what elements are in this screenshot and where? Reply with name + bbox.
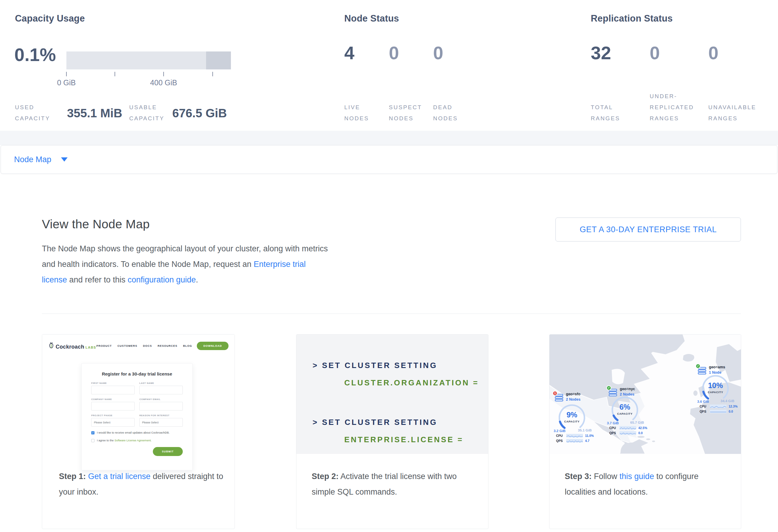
mini-site-nav: PRODUCT CUSTOMERS DOCS RESOURCES BLOG (96, 345, 192, 348)
company-name-field[interactable] (91, 402, 135, 410)
capacity-percent: 0.1% (14, 44, 56, 65)
capacity-axis-label-0: 0 GiB (43, 78, 90, 87)
qps-sparkline (566, 439, 583, 443)
email-updates-checkbox[interactable]: ✓ (91, 431, 94, 435)
capacity-axis-tick (212, 72, 213, 76)
enterprise-trial-button[interactable]: GET A 30-DAY ENTERPRISE TRIAL (555, 218, 741, 241)
total-ranges-value: 32 (591, 43, 611, 63)
first-name-field[interactable] (91, 386, 135, 394)
capacity-gauge-ams: 10% CAPACITY (701, 373, 730, 403)
view-selector-bar[interactable]: Node Map (1, 145, 777, 174)
node-status-title: Node Status (344, 13, 399, 24)
used-capacity-value: 355.1 MiB (67, 106, 122, 120)
get-trial-license-link[interactable]: Get a trial license (88, 472, 151, 481)
qps-metric: QPS 0.0 (609, 431, 643, 435)
capacity-axis-label-400: 400 GiB (140, 78, 187, 87)
license-agreement-label: I agree to the Software License Agreemen… (97, 439, 152, 442)
company-email-label: COMPANY EMAIL (139, 398, 183, 401)
healthy-badge: ✓ (606, 385, 611, 390)
capacity-gauge-nyc: 6% CAPACITY (610, 395, 640, 425)
capacity-bar-reserved-segment (206, 52, 231, 69)
error-badge: 1 (552, 391, 557, 396)
dead-nodes-label: DEAD NODES (433, 89, 490, 124)
total-ranges-label: TOTAL RANGES (591, 89, 647, 124)
first-name-label: FIRST NAME (91, 382, 135, 384)
step3-text: Step 3: Follow this guide to configure l… (565, 469, 711, 500)
capacity-usage-title: Capacity Usage (15, 13, 85, 24)
step2-card: > SET CLUSTER SETTING CLUSTER.ORGANIZATI… (296, 334, 488, 529)
mini-nav-resources[interactable]: RESOURCES (158, 345, 177, 348)
healthy-badge: ✓ (695, 364, 701, 369)
unavailable-ranges-value: 0 (708, 43, 718, 63)
submit-button[interactable]: SUBMIT (153, 447, 183, 456)
used-capacity-label: USED CAPACITY (15, 89, 72, 124)
cluster-summary-panel: Capacity Usage 0.1% 0 GiB 400 GiB USED C… (0, 0, 778, 131)
cockroach-bug-icon (49, 342, 54, 349)
node-map-description: The Node Map shows the geographical layo… (42, 241, 332, 288)
configuration-guide-link[interactable]: configuration guide (128, 275, 196, 284)
unavailable-ranges-label: UNAVAILABLE RANGES (708, 89, 765, 124)
qps-sparkline (619, 431, 636, 435)
capacity-gauge-sfo: 9% CAPACITY (557, 403, 587, 433)
reason-for-interest-label: REASON FOR INTEREST (139, 414, 183, 417)
sql-commands-preview: > SET CLUSTER SETTING CLUSTER.ORGANIZATI… (296, 334, 488, 454)
mini-nav-customers[interactable]: CUSTOMERS (118, 345, 137, 348)
sql-set-cluster-setting-2: > SET CLUSTER SETTING (313, 418, 437, 427)
node-map-preview: 1 geo=sfo 2 Nodes 9% CAPACIT (549, 334, 741, 454)
reason-for-interest-select[interactable]: Please Select (139, 418, 183, 427)
cockroach-labs-logo: Cockroach LABS (49, 342, 96, 350)
qps-metric: QPS 4.7 (556, 439, 590, 443)
company-email-field[interactable] (139, 402, 183, 410)
mini-nav-product[interactable]: PRODUCT (96, 345, 112, 348)
step3-card: 1 geo=sfo 2 Nodes 9% CAPACIT (549, 334, 741, 529)
download-button[interactable]: DOWNLOAD (197, 342, 229, 350)
page-title: View the Node Map (42, 217, 150, 231)
chevron-down-icon (61, 157, 68, 162)
cluster-overview-page: Capacity Usage 0.1% 0 GiB 400 GiB USED C… (0, 0, 778, 532)
cockroach-labs-site-preview: Cockroach LABS PRODUCT CUSTOMERS DOCS RE… (42, 334, 235, 471)
software-license-agreement-link[interactable]: Software License Agreement. (114, 439, 152, 442)
capacity-axis-tick (163, 72, 164, 76)
under-replicated-ranges-value: 0 (650, 43, 660, 63)
under-replicated-ranges-label: UNDER- REPLICATED RANGES (650, 77, 706, 124)
last-name-label: LAST NAME (139, 382, 183, 384)
dead-nodes-value: 0 (433, 43, 443, 63)
step2-text: Step 2: Activate the trial license with … (312, 469, 476, 500)
cpu-sparkline (619, 426, 636, 430)
license-agreement-checkbox[interactable] (91, 439, 94, 442)
trial-license-form: Register for a 30-day trial license FIRS… (81, 363, 192, 470)
step1-text: Step 1: Get a trial license delivered st… (59, 469, 226, 500)
project-phase-label: PROJECT PHASE (91, 414, 135, 417)
capacity-axis-tick (114, 72, 115, 76)
capacity-axis-tick (66, 72, 67, 76)
qps-metric: QPS 0.0 (700, 409, 733, 413)
qps-sparkline (710, 409, 726, 413)
sql-enterprise-license: ENTERPRISE.LICENSE = (344, 435, 463, 444)
view-selector-label[interactable]: Node Map (14, 155, 52, 164)
this-guide-link[interactable]: this guide (619, 472, 654, 481)
company-name-label: COMPANY NAME (91, 398, 135, 401)
cpu-metric: CPU 42.5% (609, 426, 647, 430)
panel-separator (0, 131, 778, 145)
replication-status-title: Replication Status (591, 13, 673, 24)
sql-set-cluster-setting-1: > SET CLUSTER SETTING (313, 361, 437, 370)
cpu-sparkline (710, 404, 726, 408)
email-updates-label: I would like to receive email updates ab… (97, 431, 170, 434)
mini-nav-blog[interactable]: BLOG (183, 345, 192, 348)
trial-form-title: Register for a 30-day trial license (91, 371, 183, 376)
live-nodes-value: 4 (344, 43, 355, 63)
step1-card: Cockroach LABS PRODUCT CUSTOMERS DOCS RE… (42, 334, 235, 529)
last-name-field[interactable] (139, 386, 183, 394)
sql-cluster-organization: CLUSTER.ORGANIZATION = (344, 378, 479, 387)
mini-nav-docs[interactable]: DOCS (143, 345, 152, 348)
capacity-bar (66, 52, 231, 69)
suspect-nodes-value: 0 (389, 43, 399, 63)
mini-site-header: Cockroach LABS PRODUCT CUSTOMERS DOCS RE… (42, 339, 235, 353)
usable-capacity-value: 676.5 GiB (172, 106, 227, 120)
cpu-sparkline (566, 434, 583, 438)
project-phase-select[interactable]: Please Select (91, 418, 135, 427)
cpu-metric: CPU 11.0% (556, 434, 594, 438)
cpu-metric: CPU 12.3% (700, 404, 737, 408)
